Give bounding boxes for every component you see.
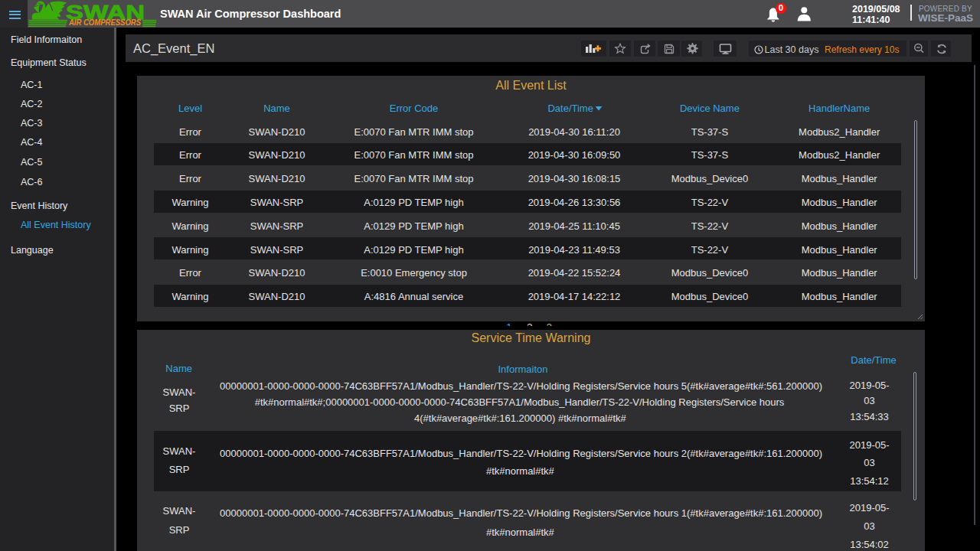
svg-text:AIR COMPRESSORS: AIR COMPRESSORS bbox=[68, 18, 141, 27]
